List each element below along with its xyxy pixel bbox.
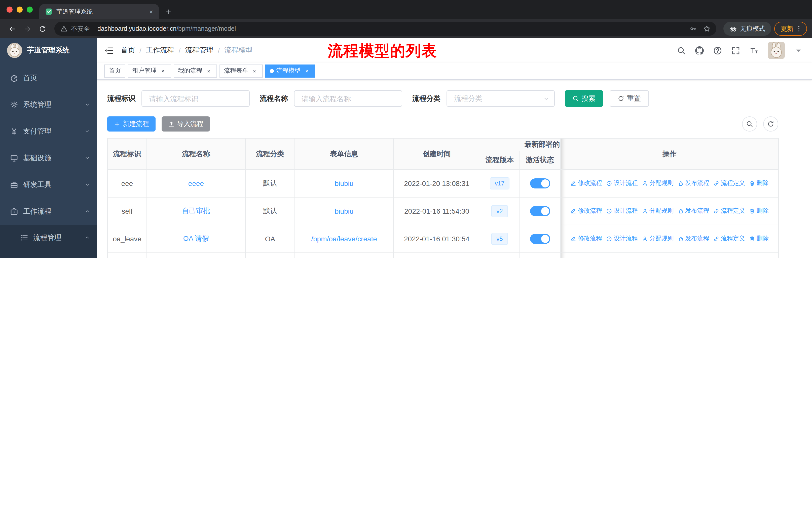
op-publish-link[interactable]: 发布流程 (677, 207, 709, 215)
tag-close-icon[interactable]: × (159, 67, 167, 75)
op-delete-link[interactable]: 删除 (749, 179, 769, 188)
sidebar-item[interactable]: 首页 (0, 64, 97, 91)
sidebar-item[interactable]: 系统管理 (0, 91, 97, 118)
tag-close-icon[interactable]: × (303, 67, 311, 75)
op-publish-link[interactable]: 发布流程 (677, 179, 709, 188)
browser-update-button[interactable]: 更新 (774, 22, 807, 36)
table-tools (742, 116, 778, 132)
user-avatar[interactable] (768, 42, 785, 59)
key-icon[interactable] (690, 25, 697, 32)
col-header-active: 激活状态 (519, 151, 560, 169)
incognito-badge: 无痕模式 (723, 22, 771, 36)
tag-item[interactable]: 流程模型× (265, 64, 315, 77)
list-icon (20, 234, 28, 242)
version-badge: v2 (491, 205, 508, 217)
process-name-link[interactable]: OA 请假 (183, 234, 209, 242)
sidebar-item[interactable]: 流程表单 (0, 250, 97, 258)
sidebar-item[interactable]: 流程管理 (0, 225, 97, 250)
question-icon[interactable] (713, 46, 722, 55)
sidebar-item[interactable]: 支付管理 (0, 118, 97, 145)
op-assign-link[interactable]: 分配规则 (642, 207, 673, 215)
create-process-button[interactable]: 新建流程 (107, 116, 155, 132)
reload-icon[interactable] (35, 22, 49, 36)
forward-icon[interactable] (20, 22, 34, 36)
tag-close-icon[interactable]: × (251, 67, 258, 75)
plus-icon (114, 121, 120, 127)
op-edit-link[interactable]: 修改流程 (570, 235, 602, 243)
tag-item[interactable]: 首页 (104, 64, 125, 77)
process-name-link[interactable]: 自己审批 (182, 207, 210, 215)
op-definition-link[interactable]: 流程定义 (713, 235, 745, 243)
fontsize-icon[interactable] (750, 46, 758, 55)
incognito-label: 无痕模式 (740, 24, 765, 33)
sidebar-item[interactable]: 研发工具 (0, 171, 97, 198)
tag-item[interactable]: 流程表单× (220, 64, 263, 77)
edit-icon (570, 208, 576, 214)
op-delete-link[interactable]: 删除 (749, 207, 769, 215)
design-icon (606, 181, 612, 186)
tag-label: 我的流程 (178, 66, 202, 75)
search-button[interactable]: 搜索 (565, 90, 603, 107)
active-toggle[interactable] (530, 234, 550, 244)
star-icon[interactable] (703, 25, 710, 32)
breadcrumb-item[interactable]: 流程管理 (185, 46, 213, 55)
window-minimize-button[interactable] (17, 6, 23, 12)
tag-item[interactable]: 租户管理× (128, 64, 171, 77)
form-link[interactable]: biubiu (335, 207, 354, 215)
more-vertical-icon[interactable] (795, 25, 803, 32)
tag-close-icon[interactable]: × (205, 67, 212, 75)
show-search-button[interactable] (742, 116, 757, 132)
process-name-input[interactable] (294, 90, 402, 107)
op-design-link[interactable]: 设计流程 (606, 235, 638, 243)
import-process-button[interactable]: 导入流程 (162, 116, 210, 132)
op-design-link[interactable]: 设计流程 (606, 179, 638, 188)
back-icon[interactable] (5, 22, 19, 36)
version-badge: v17 (490, 178, 510, 189)
sidebar-item[interactable]: 工作流程 (0, 198, 97, 225)
cell-key: eee (108, 169, 147, 197)
op-edit-link[interactable]: 修改流程 (570, 179, 602, 188)
sidebar-item-label: 基础设施 (23, 154, 51, 163)
definition-icon (713, 208, 719, 214)
breadcrumb-item[interactable]: 工作流程 (146, 46, 174, 55)
app-title: 芋道管理系统 (27, 46, 69, 55)
fullscreen-icon[interactable] (731, 46, 740, 55)
cell-version: v17 (480, 169, 519, 197)
process-name-link[interactable]: eeee (188, 180, 204, 187)
table-toolbar: 新建流程 导入流程 (107, 116, 778, 132)
active-toggle[interactable] (530, 206, 550, 216)
sidebar-toggle-icon[interactable] (104, 46, 114, 55)
refresh-icon (618, 95, 624, 102)
op-assign-link[interactable]: 分配规则 (642, 235, 673, 243)
reset-button[interactable]: 重置 (610, 90, 649, 107)
github-icon[interactable] (695, 46, 704, 55)
sidebar-item-label: 研发工具 (23, 180, 51, 189)
window-close-button[interactable] (6, 6, 12, 12)
op-definition-link[interactable]: 流程定义 (713, 179, 745, 188)
process-key-input[interactable] (141, 90, 250, 107)
assign-icon (642, 208, 648, 214)
breadcrumb: 首页/工作流程/流程管理/流程模型 (121, 46, 253, 55)
category-select[interactable]: 流程分类 (446, 90, 555, 107)
op-assign-link[interactable]: 分配规则 (642, 179, 673, 188)
col-header-key: 流程标识 (108, 138, 147, 169)
op-edit-link[interactable]: 修改流程 (570, 207, 602, 215)
browser-tab[interactable]: 芋道管理系统 × (39, 4, 159, 19)
op-publish-link[interactable]: 发布流程 (677, 235, 709, 243)
tag-item[interactable]: 我的流程× (174, 64, 217, 77)
breadcrumb-item[interactable]: 首页 (121, 46, 135, 55)
breadcrumb-separator: / (218, 46, 220, 54)
op-design-link[interactable]: 设计流程 (606, 207, 638, 215)
search-icon[interactable] (677, 46, 686, 55)
form-link[interactable]: biubiu (335, 180, 354, 187)
op-delete-link[interactable]: 删除 (749, 235, 769, 243)
tab-close-icon[interactable]: × (149, 8, 153, 16)
form-link[interactable]: /bpm/oa/leave/create (311, 235, 377, 243)
op-definition-link[interactable]: 流程定义 (713, 207, 745, 215)
address-bar[interactable]: 不安全 dashboard.yudao.iocoder.cn/bpm/manag… (54, 22, 716, 36)
new-tab-button[interactable] (165, 8, 172, 15)
refresh-table-button[interactable] (763, 116, 778, 132)
active-toggle[interactable] (530, 179, 550, 188)
sidebar-item[interactable]: 基础设施 (0, 145, 97, 171)
window-zoom-button[interactable] (27, 6, 33, 12)
